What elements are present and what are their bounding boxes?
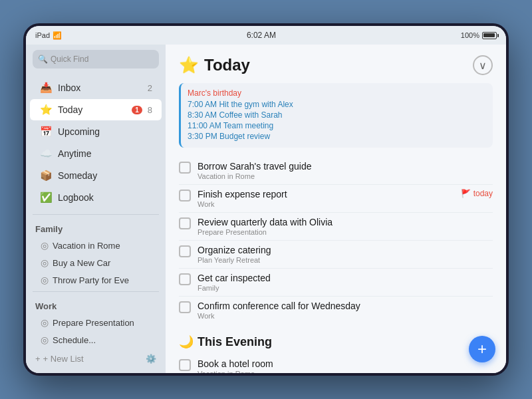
time-1: 8:30 AM — [188, 110, 217, 120]
sidebar-item-someday[interactable]: 📦 Someday — [30, 165, 162, 186]
task-checkbox-2[interactable] — [179, 217, 191, 229]
inbox-label: Inbox — [58, 82, 142, 93]
chevron-down-icon: ∨ — [479, 59, 487, 72]
task-title-2: Review quarterly data with Olivia — [198, 217, 493, 227]
task-content-4: Get car inspected Family — [198, 273, 493, 292]
time-3: 3:30 PM — [188, 132, 217, 141]
time-entry-0: 7:00 AM Hit the gym with Alex — [188, 100, 486, 109]
time-2: 11:00 AM — [188, 121, 221, 130]
today-icon: ⭐ — [39, 103, 53, 116]
time-entry-2: 11:00 AM Team meeting — [188, 121, 486, 130]
sidebar: 🔍 Quick Find 📥 Inbox 2 ⭐ Today 1 8 — [26, 45, 166, 373]
main-header: ⭐ Today ∨ — [179, 55, 493, 75]
task-subtitle-2: Prepare Presentation — [198, 228, 493, 236]
task-checkbox-1[interactable] — [179, 190, 191, 201]
task-title-4: Get car inspected — [198, 273, 493, 283]
gear-icon[interactable]: ⚙️ — [146, 354, 156, 364]
time-0: 7:00 AM — [188, 100, 217, 109]
task-content-3: Organize catering Plan Yearly Retreat — [198, 245, 493, 264]
collapse-button[interactable]: ∨ — [473, 55, 493, 75]
search-bar[interactable]: 🔍 Quick Find — [33, 50, 159, 68]
new-list-button[interactable]: + + New List ⚙️ — [26, 348, 166, 369]
battery-icon — [482, 32, 497, 39]
prepare-presentation-label: Prepare Presentation — [53, 318, 134, 328]
project-icon-party: ◎ — [41, 275, 49, 285]
list-item-prepare-presentation[interactable]: ◎ Prepare Presentation — [26, 314, 166, 331]
time-entry-3: 3:30 PM Budget review — [188, 132, 486, 141]
screen: iPad 📶 6:02 AM 100% 🔍 Quick Find — [26, 26, 506, 373]
table-row: Review quarterly data with Olivia Prepar… — [179, 213, 493, 241]
table-row: Book a hotel room Vacation in Rome — [179, 354, 493, 373]
task-subtitle-0: Vacation in Rome — [198, 172, 493, 180]
task-checkbox-4[interactable] — [179, 273, 191, 285]
list-item-throw-party[interactable]: ◎ Throw Party for Eve — [26, 271, 166, 289]
task-content-e0: Book a hotel room Vacation in Rome — [198, 358, 493, 373]
table-row: Borrow Sarah's travel guide Vacation in … — [179, 157, 493, 185]
list-item-buy-car[interactable]: ◎ Buy a New Car — [26, 254, 166, 271]
sidebar-item-inbox[interactable]: 📥 Inbox 2 — [30, 77, 162, 98]
task-checkbox-3[interactable] — [179, 245, 191, 257]
birthday-event: Marc's birthday — [188, 88, 486, 98]
task-subtitle-e0: Vacation in Rome — [198, 370, 493, 373]
today-star-icon: ⭐ — [179, 56, 199, 74]
today-badge: 1 — [132, 106, 142, 114]
search-icon: 🔍 — [38, 55, 48, 64]
logbook-icon: ✅ — [39, 191, 53, 204]
table-row: Finish expense report Work 🚩 today — [179, 185, 493, 213]
event-0: Hit the gym with Alex — [219, 100, 293, 109]
plus-icon: + — [35, 354, 41, 364]
today-count: 8 — [148, 105, 152, 115]
search-placeholder: Quick Find — [51, 55, 88, 64]
someday-icon: 📦 — [39, 169, 53, 182]
flag-icon: 🚩 — [461, 189, 471, 198]
sidebar-item-today[interactable]: ⭐ Today 1 8 — [30, 99, 162, 120]
status-time: 6:02 AM — [247, 31, 276, 40]
table-row: Confirm conference call for Wednesday Wo… — [179, 297, 493, 324]
sidebar-divider-2 — [33, 291, 159, 292]
time-entry-1: 8:30 AM Coffee with Sarah — [188, 110, 486, 120]
project-icon-schedule: ◎ — [41, 334, 49, 345]
today-title: Today — [204, 56, 250, 74]
project-icon-presentation: ◎ — [41, 317, 49, 328]
task-group-evening: Book a hotel room Vacation in Rome Read … — [179, 354, 493, 373]
work-section-header: Work — [26, 295, 166, 314]
upcoming-label: Upcoming — [58, 126, 152, 137]
app-layout: 🔍 Quick Find 📥 Inbox 2 ⭐ Today 1 8 — [26, 45, 506, 373]
main-content: ⭐ Today ∨ Marc's birthday 7:00 AM Hit th… — [166, 45, 506, 373]
sidebar-item-upcoming[interactable]: 📅 Upcoming — [30, 121, 162, 142]
status-bar: iPad 📶 6:02 AM 100% — [26, 26, 506, 45]
status-right: 100% — [461, 31, 497, 39]
task-title-0: Borrow Sarah's travel guide — [198, 161, 493, 172]
task-content-5: Confirm conference call for Wednesday Wo… — [198, 301, 493, 320]
anytime-icon: ☁️ — [39, 147, 53, 160]
task-content-2: Review quarterly data with Olivia Prepar… — [198, 217, 493, 236]
task-checkbox-e0[interactable] — [179, 359, 191, 371]
task-content-0: Borrow Sarah's travel guide Vacation in … — [198, 161, 493, 180]
battery-label: 100% — [461, 31, 479, 39]
task-subtitle-3: Plan Yearly Retreat — [198, 256, 493, 264]
list-item-schedule[interactable]: ◎ Schedule... — [26, 331, 166, 348]
evening-moon-icon: 🌙 — [179, 334, 194, 349]
task-flag-1: 🚩 today — [461, 189, 493, 198]
task-checkbox-0[interactable] — [179, 162, 191, 174]
task-title-e0: Book a hotel room — [198, 358, 493, 369]
schedule-label: Schedule... — [53, 335, 96, 345]
sidebar-item-logbook[interactable]: ✅ Logbook — [30, 187, 162, 208]
calendar-strip: Marc's birthday 7:00 AM Hit the gym with… — [179, 83, 493, 148]
task-subtitle-5: Work — [198, 312, 493, 320]
inbox-count: 2 — [148, 83, 152, 93]
event-3: Budget review — [219, 132, 270, 141]
task-checkbox-5[interactable] — [179, 301, 191, 313]
task-subtitle-1: Work — [198, 200, 454, 208]
table-row: Organize catering Plan Yearly Retreat — [179, 241, 493, 269]
throw-party-label: Throw Party for Eve — [53, 275, 129, 285]
inbox-icon: 📥 — [39, 81, 53, 94]
logbook-label: Logbook — [58, 192, 152, 203]
add-task-button[interactable]: + — [469, 336, 495, 362]
nav-items: 📥 Inbox 2 ⭐ Today 1 8 📅 Upcoming — [26, 74, 166, 211]
today-label: Today — [58, 104, 126, 115]
sidebar-item-anytime[interactable]: ☁️ Anytime — [30, 143, 162, 164]
vacation-rome-label: Vacation in Rome — [53, 241, 120, 251]
battery-fill — [483, 33, 495, 37]
list-item-vacation-rome[interactable]: ◎ Vacation in Rome — [26, 237, 166, 254]
